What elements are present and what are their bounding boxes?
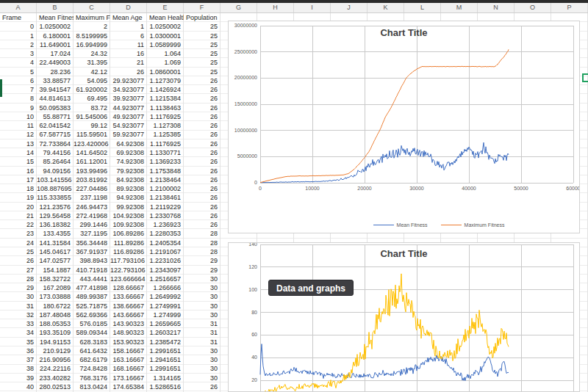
cell[interactable]: 1.2100002 xyxy=(147,184,184,193)
cell[interactable]: 25 xyxy=(184,49,220,58)
cell[interactable]: 39 xyxy=(0,374,37,382)
cell[interactable]: 641.6432 xyxy=(74,346,110,355)
cell[interactable]: 227.04486 xyxy=(74,184,110,193)
cell[interactable]: 682.6179 xyxy=(74,355,110,364)
column-header-cell[interactable]: F xyxy=(184,3,220,12)
cell[interactable]: 136.18382 xyxy=(37,220,74,229)
cell[interactable]: 72.733864 xyxy=(37,139,74,148)
cell[interactable]: 1.064 xyxy=(147,49,184,58)
cell[interactable]: 59.923077 xyxy=(110,130,147,139)
cell[interactable]: 1 xyxy=(110,22,147,31)
cell[interactable]: 26 xyxy=(184,184,220,193)
column-header-cell[interactable]: O xyxy=(514,3,551,12)
cell[interactable]: 67.587715 xyxy=(37,130,74,139)
cell[interactable]: 115.59501 xyxy=(74,130,110,139)
cell[interactable]: 31 xyxy=(184,319,220,328)
cell[interactable]: 10 xyxy=(0,112,37,121)
cell[interactable]: 25 xyxy=(184,32,220,40)
cell[interactable]: 69.495 xyxy=(74,94,110,103)
cell[interactable]: 398.8943 xyxy=(74,256,110,265)
cell[interactable]: 628.3183 xyxy=(74,338,110,346)
cell[interactable]: 37 xyxy=(0,355,37,364)
cell[interactable]: 115.333855 xyxy=(37,193,74,202)
cell[interactable]: 55.88771 xyxy=(37,112,74,121)
cell[interactable]: 1.2385472 xyxy=(147,338,184,346)
cell[interactable]: 1.2649992 xyxy=(147,292,184,301)
cell[interactable]: 25 xyxy=(184,68,220,76)
cell[interactable]: 33.88577 xyxy=(37,76,74,85)
cell[interactable]: 4 xyxy=(0,58,37,67)
cell[interactable]: 1.0250002 xyxy=(37,22,74,31)
cell[interactable]: 158.32722 xyxy=(37,275,74,283)
cell[interactable]: 143.66667 xyxy=(110,311,147,319)
cell[interactable]: 26 xyxy=(184,382,220,391)
cell[interactable]: 1.2991651 xyxy=(147,346,184,355)
cell[interactable]: 91.545006 xyxy=(74,112,110,121)
cell[interactable]: 30 xyxy=(184,283,220,292)
cell[interactable]: 117.793106 xyxy=(110,256,147,265)
cell[interactable]: 29.923077 xyxy=(110,76,147,85)
top-chart-legend[interactable]: Mean FitnessMaximum Fitness xyxy=(282,222,580,228)
cell[interactable]: 1.0250002 xyxy=(147,22,184,31)
cell[interactable]: 145.04617 xyxy=(37,247,74,256)
cell[interactable]: 62.041542 xyxy=(37,121,74,130)
column-header-cell[interactable]: G xyxy=(220,3,257,12)
cell[interactable]: 26 xyxy=(184,175,220,184)
cell[interactable]: 148.90323 xyxy=(110,328,147,337)
cell[interactable]: 18 xyxy=(0,184,37,193)
cell[interactable]: 2 xyxy=(74,22,110,31)
series-line-1[interactable] xyxy=(260,49,509,182)
cell[interactable]: 9 xyxy=(0,104,37,112)
cell[interactable]: 116.89286 xyxy=(110,247,147,256)
cell[interactable]: 28.236 xyxy=(37,68,74,76)
cell[interactable]: 85.26464 xyxy=(37,157,74,166)
cell[interactable]: 477.41898 xyxy=(74,283,110,292)
cell[interactable]: 7 xyxy=(0,85,37,94)
cell[interactable]: 61.920002 xyxy=(74,85,110,94)
cell[interactable]: 562.69366 xyxy=(74,311,110,319)
cell[interactable]: 1.2138464 xyxy=(147,175,184,184)
cell[interactable]: 31 xyxy=(184,338,220,346)
cell[interactable]: 768.3176 xyxy=(74,374,110,382)
cell[interactable]: 111.89286 xyxy=(110,239,147,247)
cell[interactable]: 6.180001 xyxy=(37,32,74,40)
cell[interactable]: 26 xyxy=(184,148,220,157)
cell[interactable]: 3 xyxy=(0,49,37,58)
cell[interactable]: 168.16667 xyxy=(110,364,147,373)
cell[interactable]: 50.095383 xyxy=(37,104,74,112)
series-line-0[interactable] xyxy=(260,142,509,183)
cell[interactable]: 83.72 xyxy=(74,104,110,112)
cell[interactable]: 11 xyxy=(110,40,147,49)
column-header-cell[interactable]: E xyxy=(147,3,184,12)
cell[interactable]: 1.2749991 xyxy=(147,302,184,311)
cell[interactable]: 104.92308 xyxy=(110,211,147,220)
cell[interactable]: 280.02513 xyxy=(37,382,74,391)
cell[interactable]: 589.09344 xyxy=(74,328,110,337)
cell[interactable]: 42.12 xyxy=(74,68,110,76)
cell[interactable]: 216.90956 xyxy=(37,355,74,364)
header-cell[interactable]: Maximum Fitness xyxy=(74,13,110,22)
cell[interactable]: 54.095 xyxy=(74,76,110,85)
cell[interactable]: 25 xyxy=(0,247,37,256)
cell[interactable]: 224.22116 xyxy=(37,364,74,373)
cell[interactable]: 74.92308 xyxy=(110,157,147,166)
cell[interactable]: 25 xyxy=(184,58,220,67)
header-cell[interactable]: Mean Health xyxy=(147,13,184,22)
cell[interactable]: 161.12001 xyxy=(74,157,110,166)
cell[interactable]: 26 xyxy=(184,220,220,229)
cell[interactable]: 13 xyxy=(0,139,37,148)
column-header-cell[interactable]: P xyxy=(551,3,588,12)
cell[interactable]: 17 xyxy=(0,175,37,184)
cell[interactable]: 16.994999 xyxy=(74,40,110,49)
cell[interactable]: 1.2659665 xyxy=(147,319,184,328)
column-header-cell[interactable]: L xyxy=(404,3,441,12)
header-cell[interactable]: Population xyxy=(184,13,220,22)
cell[interactable]: 367.91937 xyxy=(74,247,110,256)
cell[interactable]: 1.2330768 xyxy=(147,211,184,220)
cell[interactable]: 1.0300001 xyxy=(147,32,184,40)
cell[interactable]: 123.420006 xyxy=(74,139,110,148)
cell[interactable]: 194.91153 xyxy=(37,338,74,346)
cell[interactable]: 272.41968 xyxy=(74,211,110,220)
series-line-0[interactable] xyxy=(260,344,509,381)
cell[interactable]: 26 xyxy=(184,76,220,85)
